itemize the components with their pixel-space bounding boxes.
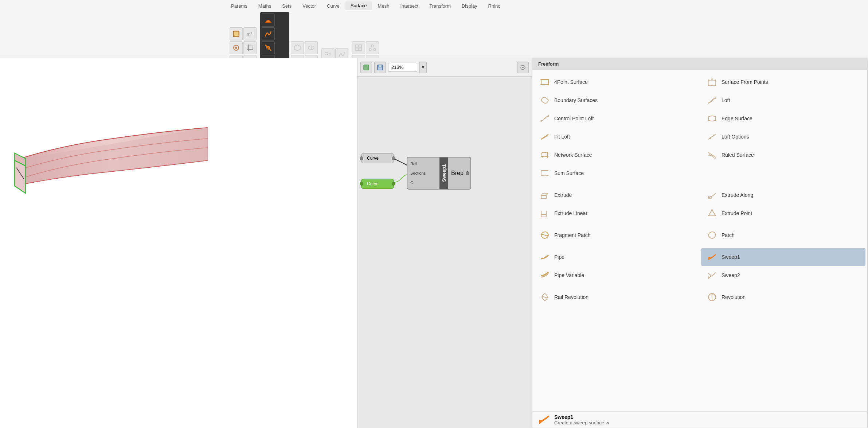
- port-sections: Sections: [407, 170, 439, 177]
- prim-icon-1[interactable]: [291, 41, 304, 54]
- toolbar: Params Maths Sets Vector Curve Surface M…: [0, 0, 868, 58]
- freeform-icon-2[interactable]: [262, 27, 275, 40]
- pipe-variable-icon: [540, 270, 550, 280]
- sweep2-icon: [707, 270, 717, 280]
- tab-rhino[interactable]: Rhino: [483, 2, 506, 10]
- loft-icon: [707, 95, 717, 105]
- fit-loft-icon: [540, 132, 550, 142]
- menu-pipe[interactable]: Pipe: [534, 248, 698, 266]
- fragment-patch-icon: [540, 230, 550, 240]
- svg-point-47: [711, 78, 713, 80]
- tooltip-content: Sweep1 Create a sweep surface w: [554, 414, 609, 425]
- svg-point-55: [544, 118, 546, 119]
- 3d-shape-svg: [4, 87, 219, 226]
- menu-sweep2[interactable]: Sweep2: [701, 266, 865, 284]
- menu-extrude-point[interactable]: Extrude Point: [701, 205, 865, 222]
- menu-surface-from-points[interactable]: Surface From Points: [701, 73, 865, 91]
- svg-line-14: [265, 45, 271, 51]
- tab-transform[interactable]: Transform: [424, 2, 456, 10]
- toolbar-icon-1[interactable]: [230, 27, 243, 40]
- svg-rect-24: [359, 45, 361, 47]
- menu-control-point-loft[interactable]: Control Point Loft: [534, 110, 698, 127]
- toolbar-icon-3[interactable]: [230, 41, 243, 54]
- svg-rect-5: [247, 46, 253, 50]
- tab-curve[interactable]: Curve: [322, 2, 345, 10]
- menu-rail-revolution[interactable]: Rail Revolution: [534, 288, 698, 306]
- patch-icon: [707, 230, 717, 240]
- network-surface-icon: [540, 150, 550, 160]
- freeform-icon-1[interactable]: [262, 13, 275, 27]
- svg-point-3: [234, 45, 239, 50]
- port-rail: Rail: [407, 160, 439, 167]
- freeform-icon-3[interactable]: [262, 41, 275, 54]
- menu-4point-surface[interactable]: 4Point Surface: [534, 73, 698, 91]
- menu-network-surface[interactable]: Network Surface: [534, 146, 698, 164]
- menu-extrude-along[interactable]: Extrude Along: [701, 186, 865, 204]
- tab-maths[interactable]: Maths: [253, 2, 276, 10]
- sweep1-title: Sweep1: [439, 157, 448, 190]
- tab-mesh[interactable]: Mesh: [373, 2, 395, 10]
- revolution-icon: [707, 292, 717, 302]
- ruled-surface-icon: [707, 150, 717, 160]
- menu-loft[interactable]: Loft: [701, 92, 865, 109]
- tooltip-description: Create a sweep surface w: [554, 420, 609, 425]
- port-c: C: [407, 179, 439, 186]
- svg-point-44: [548, 84, 549, 85]
- boundary-surfaces-icon: [540, 95, 550, 105]
- rhino-canvas[interactable]: [0, 58, 357, 428]
- zoom-dropdown-btn[interactable]: ▼: [419, 62, 427, 73]
- svg-point-54: [540, 120, 542, 122]
- prim-icon-2[interactable]: [305, 41, 318, 54]
- svg-point-29: [374, 48, 376, 51]
- menu-sweep1[interactable]: Sweep1: [701, 248, 865, 266]
- menu-extrude[interactable]: Extrude: [534, 186, 698, 204]
- menu-fragment-patch[interactable]: Fragment Patch: [534, 226, 698, 244]
- menu-fit-loft[interactable]: Fit Loft: [534, 128, 698, 145]
- svg-point-56: [548, 115, 549, 117]
- svg-rect-25: [356, 48, 358, 51]
- sweep1-node[interactable]: Rail Sections C Sweep1 Brep: [407, 157, 471, 190]
- tab-vector[interactable]: Vector: [297, 2, 321, 10]
- menu-loft-options[interactable]: Loft Options: [701, 128, 865, 145]
- toolbar-icon-4[interactable]: [243, 41, 257, 54]
- edge-surface-icon: [707, 113, 717, 124]
- toolbar-icon-2[interactable]: m²: [243, 27, 257, 40]
- menu-sum-surface[interactable]: Sum Surface: [534, 164, 698, 182]
- svg-rect-62: [541, 195, 546, 198]
- menu-revolution[interactable]: Revolution: [701, 288, 865, 306]
- curve-node-2[interactable]: Curve: [361, 179, 394, 189]
- util-icon-1[interactable]: [352, 41, 365, 54]
- menu-patch[interactable]: Patch: [701, 226, 865, 244]
- gh-new-btn[interactable]: [360, 62, 372, 73]
- sweep1-menu-icon: [707, 252, 717, 262]
- loft-options-icon: [707, 132, 717, 142]
- svg-point-19: [308, 46, 314, 50]
- menu-edge-surface[interactable]: Edge Surface: [701, 110, 865, 127]
- svg-point-40: [522, 67, 524, 68]
- tab-sets[interactable]: Sets: [277, 2, 297, 10]
- svg-point-4: [235, 47, 237, 49]
- svg-rect-0: [233, 31, 239, 37]
- pipe-icon: [540, 252, 550, 262]
- svg-point-51: [708, 85, 709, 86]
- tab-intersect[interactable]: Intersect: [395, 2, 423, 10]
- tab-params[interactable]: Params: [226, 2, 253, 10]
- menu-extrude-linear[interactable]: Extrude Linear: [534, 205, 698, 222]
- extrude-linear-icon: [540, 208, 550, 218]
- node-graph: Curve Curve Rail Sections C Sweep1 Brep: [361, 139, 529, 219]
- section-gap-1: [532, 182, 867, 186]
- tooltip-icon: [538, 414, 550, 425]
- section-gap-3: [532, 244, 867, 248]
- svg-point-49: [715, 85, 716, 86]
- tab-display[interactable]: Display: [457, 2, 482, 10]
- gh-settings-btn[interactable]: [517, 62, 529, 73]
- menu-boundary-surfaces[interactable]: Boundary Surfaces: [534, 92, 698, 109]
- util-icon-2[interactable]: [366, 41, 379, 54]
- menu-pipe-variable[interactable]: Pipe Variable: [534, 266, 698, 284]
- zoom-input[interactable]: [388, 63, 417, 72]
- curve-node-1[interactable]: Curve: [361, 153, 394, 163]
- svg-rect-67: [541, 214, 546, 217]
- tab-surface[interactable]: Surface: [345, 1, 372, 11]
- menu-ruled-surface[interactable]: Ruled Surface: [701, 146, 865, 164]
- gh-save-btn[interactable]: [374, 62, 386, 73]
